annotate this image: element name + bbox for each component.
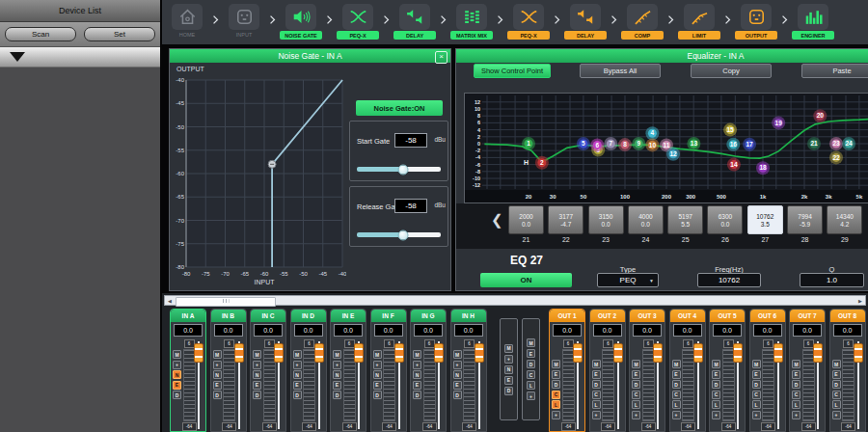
channel-btn-+[interactable]: + <box>453 361 462 369</box>
eq-point-6[interactable]: 6 <box>590 138 604 151</box>
toolbar-item-delay-7[interactable]: DELAY <box>564 4 607 40</box>
channel-strip-in-f[interactable]: IN F0.0M+NED6-64 <box>370 309 407 432</box>
channel-btn-D[interactable]: D <box>792 380 800 389</box>
noise-gate-graph[interactable]: -80-75-70-65-60-55-50-45-40-40-45-50-55-… <box>175 63 346 290</box>
channel-tab-in-b[interactable]: IN B <box>211 310 246 322</box>
channel-btn-M[interactable]: M <box>293 350 302 359</box>
channel-gain-value[interactable]: 0.0 <box>334 324 363 337</box>
channel-btn-E[interactable]: E <box>592 370 601 379</box>
master-btn-D[interactable]: D <box>504 387 513 395</box>
channel-btn-M[interactable]: M <box>552 360 560 368</box>
channel-btn-D[interactable]: D <box>752 380 761 389</box>
channel-gain-value[interactable]: 0.0 <box>414 324 443 337</box>
channel-btn-N[interactable]: N <box>373 370 382 379</box>
fader-handle[interactable] <box>234 343 244 363</box>
channel-btn-M[interactable]: M <box>832 360 841 368</box>
master-btn-+[interactable]: + <box>527 392 535 400</box>
toolbar-item-matrix-mix-5[interactable]: MATRIX MIX <box>450 4 493 40</box>
channel-strip-out-4[interactable]: OUT 40.0MEDCL+6-64 <box>669 309 706 432</box>
channel-strip-in-c[interactable]: IN C0.0M+NED6-64 <box>250 309 286 432</box>
channel-strip-out-2[interactable]: OUT 20.0MEDCL+6-64 <box>589 309 626 432</box>
channel-gain-value[interactable]: 0.0 <box>673 324 702 337</box>
channel-gain-value[interactable]: 0.0 <box>633 324 662 337</box>
eq-point-19[interactable]: 19 <box>772 116 785 129</box>
channel-strip-in-g[interactable]: IN G0.0M+NED6-64 <box>410 309 447 432</box>
channel-btn-L[interactable]: L <box>632 400 640 409</box>
channel-tab-out-5[interactable]: OUT 5 <box>710 310 745 322</box>
fader-handle[interactable] <box>733 343 743 363</box>
eq-point-2[interactable]: 2 <box>535 156 549 170</box>
channel-btn-+[interactable]: + <box>832 411 841 419</box>
eq-point-20[interactable]: 20 <box>813 109 827 122</box>
channel-btn-+[interactable]: + <box>592 411 601 419</box>
master-btn-E[interactable]: E <box>527 349 535 358</box>
channel-gain-value[interactable]: 0.0 <box>593 324 622 337</box>
channel-btn-C[interactable]: C <box>632 391 640 399</box>
channel-btn-C[interactable]: C <box>712 391 720 399</box>
noise-gate-control-point[interactable] <box>268 160 276 168</box>
scrollbar-thumb[interactable] <box>176 297 276 307</box>
fader-handle[interactable] <box>773 343 783 363</box>
eq-point-15[interactable]: 15 <box>723 123 737 137</box>
channel-btn-C[interactable]: C <box>552 391 560 399</box>
channel-gain-value[interactable]: 0.0 <box>713 324 742 337</box>
fader-handle[interactable] <box>813 343 823 363</box>
toolbar-item-limit-9[interactable]: LIMIT <box>678 4 720 40</box>
channel-btn-L[interactable]: L <box>752 400 761 409</box>
channel-gain-value[interactable]: 0.0 <box>833 324 862 337</box>
channel-btn-M[interactable]: M <box>672 360 681 368</box>
fader[interactable] <box>733 338 744 429</box>
eq-band-21[interactable]: 20000.021 <box>508 205 544 243</box>
channel-btn-C[interactable]: C <box>672 391 681 399</box>
channel-btn-+[interactable]: + <box>413 361 421 369</box>
channel-btn-E[interactable]: E <box>253 381 261 390</box>
fader[interactable] <box>854 338 864 429</box>
channel-btn-N[interactable]: N <box>173 370 181 379</box>
toolbar-item-noise-gate-2[interactable]: NOISE GATE <box>280 4 322 40</box>
close-icon[interactable]: × <box>435 51 448 64</box>
channel-tab-in-f[interactable]: IN F <box>371 310 406 322</box>
fader-handle[interactable] <box>693 343 703 363</box>
channel-gain-value[interactable]: 0.0 <box>553 324 582 337</box>
channel-btn-L[interactable]: L <box>792 400 800 409</box>
channel-btn-L[interactable]: L <box>832 400 841 409</box>
channel-btn-M[interactable]: M <box>173 350 181 359</box>
channel-btn-M[interactable]: M <box>712 360 720 368</box>
fader[interactable] <box>434 338 445 429</box>
channel-btn-C[interactable]: C <box>832 391 841 399</box>
master-btn-E[interactable]: E <box>504 376 513 385</box>
toolbar-item-input-1[interactable]: INPUT <box>223 4 265 40</box>
show-control-point-button[interactable]: Show Control Point <box>474 64 551 78</box>
fader[interactable] <box>693 338 704 429</box>
channel-btn-L[interactable]: L <box>672 400 681 409</box>
fader[interactable] <box>653 338 664 429</box>
channel-tab-out-1[interactable]: OUT 1 <box>550 310 584 322</box>
channel-tab-out-4[interactable]: OUT 4 <box>670 310 705 322</box>
channel-btn-M[interactable]: M <box>213 350 222 359</box>
fader[interactable] <box>573 338 583 429</box>
fader-handle[interactable] <box>314 343 324 363</box>
device-list-expander[interactable] <box>0 47 160 68</box>
channel-btn-M[interactable]: M <box>253 350 261 359</box>
channel-btn-E[interactable]: E <box>712 370 720 379</box>
channel-strip-in-d[interactable]: IN D0.0M+NED6-64 <box>290 309 327 432</box>
scroll-right-arrow-icon[interactable]: ▶ <box>855 296 865 305</box>
channel-btn-E[interactable]: E <box>373 381 382 390</box>
channel-btn-D[interactable]: D <box>213 391 222 399</box>
channel-gain-value[interactable]: 0.0 <box>214 324 243 337</box>
eq-band-29[interactable]: 143404.229 <box>827 205 862 243</box>
channel-gain-value[interactable]: 0.0 <box>374 324 403 337</box>
channel-tab-in-g[interactable]: IN G <box>411 310 446 322</box>
master-btn-N[interactable]: N <box>504 365 513 374</box>
channel-btn-N[interactable]: N <box>253 370 261 379</box>
scan-button[interactable]: Scan <box>5 27 76 41</box>
channel-strip-out-8[interactable]: OUT 80.0MEDCL+6-64 <box>829 309 866 432</box>
channel-tab-out-3[interactable]: OUT 3 <box>630 310 665 322</box>
fader[interactable] <box>234 338 245 429</box>
channel-btn-+[interactable]: + <box>253 361 261 369</box>
fader[interactable] <box>813 338 824 429</box>
fader-handle[interactable] <box>194 343 203 363</box>
mixer-scrollbar[interactable]: ◀ ▶ <box>164 295 866 306</box>
fader-handle[interactable] <box>475 343 484 363</box>
channel-btn-D[interactable]: D <box>413 391 421 399</box>
